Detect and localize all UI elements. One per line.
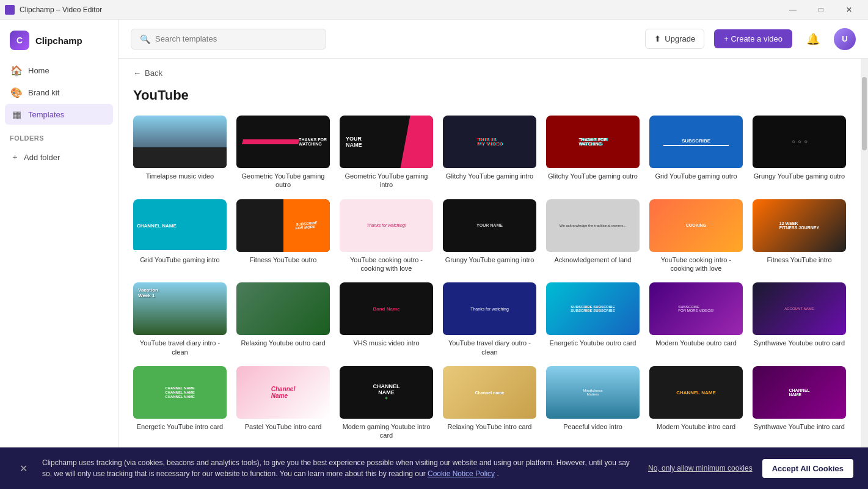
- template-card-14[interactable]: 12 WEEKFITNESS JOURNEYFitness YouTube in…: [753, 199, 846, 273]
- template-card-9[interactable]: SUBSCRIBEFOR MOREFitness YouTube outro: [236, 199, 330, 273]
- template-thumb-5: THANKS FORWATCHING: [546, 116, 640, 168]
- close-button[interactable]: ✕: [835, 0, 863, 20]
- template-label-3: Geometric YouTube gaming intro: [340, 172, 433, 189]
- template-label-14: Fitness YouTube intro: [753, 256, 846, 264]
- template-thumb-19: SUBSCRIBE SUBSCRIBESUBSCRIBE SUBSCRIBE: [546, 282, 640, 335]
- template-label-5: Glitchy YouTube gaming outro: [546, 172, 640, 180]
- template-card-16[interactable]: Relaxing Youtube outro card: [236, 282, 330, 356]
- create-video-button[interactable]: + Create a video: [714, 29, 792, 48]
- template-card-7[interactable]: ☆☆☆Grungy YouTube gaming outro: [753, 116, 846, 189]
- add-folder-button[interactable]: ＋ Add folder: [5, 147, 113, 167]
- template-label-12: Acknowledgement of land: [546, 256, 640, 264]
- template-card-2[interactable]: THANKS FORWATCHINGGeometric YouTube gami…: [236, 116, 330, 189]
- template-card-13[interactable]: COOKINGYouTube cooking intro - cooking w…: [649, 199, 743, 273]
- cookie-message: Clipchamp uses tracking (via cookies, be…: [42, 458, 630, 478]
- template-label-21: Synthwave Youtube outro card: [753, 339, 846, 347]
- create-label: + Create a video: [724, 34, 782, 43]
- cookie-policy-link[interactable]: Cookie Notice Policy: [428, 469, 495, 478]
- maximize-button[interactable]: □: [807, 0, 835, 20]
- template-card-20[interactable]: SUBSCRIBEFOR MORE VIDEOS!Modern Youtube …: [649, 282, 743, 356]
- template-thumb-9: SUBSCRIBEFOR MORE: [236, 199, 330, 252]
- cookie-min-button[interactable]: No, only allow minimum cookies: [648, 464, 753, 472]
- sidebar-item-brand[interactable]: 🎨 Brand kit: [5, 82, 113, 103]
- template-thumb-12: We acknowledge the traditional owners...: [546, 199, 640, 252]
- template-card-17[interactable]: Band NameVHS music video intro: [340, 282, 433, 356]
- template-thumb-17: Band Name: [340, 282, 433, 335]
- template-label-18: YouTube travel diary outro - clean: [443, 339, 536, 356]
- template-thumb-18: Thanks for watching: [443, 282, 536, 335]
- logo: C Clipchamp: [0, 24, 118, 60]
- logo-icon: C: [10, 31, 29, 50]
- template-card-28[interactable]: CHANNELNAMESynthwave YouTube intro card: [753, 366, 846, 440]
- template-card-3[interactable]: YOURNAMEGeometric YouTube gaming intro: [340, 116, 433, 189]
- template-card-10[interactable]: Thanks for watching!YouTube cooking outr…: [340, 199, 433, 273]
- sidebar-item-label: Brand kit: [28, 88, 59, 97]
- template-card-15[interactable]: VacationWeek 1YouTube travel diary intro…: [133, 282, 227, 356]
- content-area: ← Back YouTube Timelapse music videoTHAN…: [119, 59, 861, 489]
- upgrade-button[interactable]: ⬆ Upgrade: [645, 29, 704, 49]
- upgrade-icon: ⬆: [654, 34, 661, 43]
- template-thumb-10: Thanks for watching!: [340, 199, 433, 252]
- template-card-11[interactable]: YOUR NAMEGrungy YouTube gaming intro: [443, 199, 536, 273]
- template-card-22[interactable]: CHANNEL NAMECHANNEL NAMECHANNEL NAMEEner…: [133, 366, 227, 440]
- template-card-12[interactable]: We acknowledge the traditional owners...…: [546, 199, 640, 273]
- back-label: Back: [145, 68, 162, 78]
- cookie-accept-button[interactable]: Accept All Cookies: [762, 459, 853, 478]
- upgrade-label: Upgrade: [665, 34, 695, 43]
- template-card-24[interactable]: CHANNELNAME⌖Modern gaming Youtube intro …: [340, 366, 433, 440]
- cookie-text: Clipchamp uses tracking (via cookies, be…: [42, 457, 638, 479]
- template-thumb-7: ☆☆☆: [753, 116, 846, 168]
- cookie-banner: ✕ Clipchamp uses tracking (via cookies, …: [0, 447, 868, 489]
- topbar: 🔍 ⬆ Upgrade + Create a video 🔔 U: [119, 20, 868, 59]
- search-input[interactable]: [155, 34, 317, 43]
- search-icon: 🔍: [140, 34, 150, 44]
- template-label-4: Glitchy YouTube gaming intro: [443, 172, 536, 180]
- template-card-19[interactable]: SUBSCRIBE SUBSCRIBESUBSCRIBE SUBSCRIBEEn…: [546, 282, 640, 356]
- back-button[interactable]: ← Back: [133, 68, 162, 78]
- sidebar-item-home[interactable]: 🏠 Home: [5, 60, 113, 81]
- template-thumb-6: SUBSCRIBE: [649, 116, 743, 168]
- template-card-26[interactable]: MindfulnessMattersPeaceful video intro: [546, 366, 640, 440]
- template-card-25[interactable]: Channel nameRelaxing YouTube intro card: [443, 366, 536, 440]
- template-card-27[interactable]: CHANNEL NAMEModern Youtube intro card: [649, 366, 743, 440]
- template-thumb-26: MindfulnessMatters: [546, 366, 640, 419]
- template-card-23[interactable]: ChannelNamePastel YouTube intro card: [236, 366, 330, 440]
- avatar[interactable]: U: [834, 28, 856, 50]
- minimize-button[interactable]: —: [779, 0, 807, 20]
- sidebar-item-templates[interactable]: ▦ Templates: [5, 104, 113, 125]
- notifications-button[interactable]: 🔔: [802, 28, 824, 50]
- search-box[interactable]: 🔍: [131, 29, 326, 50]
- template-card-8[interactable]: CHANNEL NAMEGrid YouTube gaming intro: [133, 199, 227, 273]
- sidebar-item-label: Templates: [28, 110, 64, 119]
- add-folder-label: Add folder: [24, 153, 60, 162]
- template-label-9: Fitness YouTube outro: [236, 256, 330, 264]
- section-title: YouTube: [133, 87, 846, 103]
- template-label-20: Modern Youtube outro card: [649, 339, 743, 347]
- template-label-19: Energetic Youtube outro card: [546, 339, 640, 347]
- template-label-17: VHS music video intro: [340, 339, 433, 347]
- template-thumb-8: CHANNEL NAME: [133, 199, 227, 252]
- template-card-6[interactable]: SUBSCRIBEGrid YouTube gaming outro: [649, 116, 743, 189]
- template-thumb-27: CHANNEL NAME: [649, 366, 743, 419]
- brand-icon: 🎨: [11, 87, 22, 98]
- template-card-4[interactable]: THIS ISMY VIDEOGlitchy YouTube gaming in…: [443, 116, 536, 189]
- template-card-18[interactable]: Thanks for watchingYouTube travel diary …: [443, 282, 536, 356]
- template-thumb-11: YOUR NAME: [443, 199, 536, 252]
- template-thumb-22: CHANNEL NAMECHANNEL NAMECHANNEL NAME: [133, 366, 227, 419]
- template-card-5[interactable]: THANKS FORWATCHINGGlitchy YouTube gaming…: [546, 116, 640, 189]
- cookie-close-button[interactable]: ✕: [15, 460, 32, 477]
- templates-icon: ▦: [11, 109, 22, 120]
- template-card-21[interactable]: ACCOUNT NAMESynthwave Youtube outro card: [753, 282, 846, 356]
- cookie-message-end: .: [497, 469, 498, 478]
- template-label-25: Relaxing YouTube intro card: [443, 422, 536, 431]
- template-thumb-16: [236, 282, 330, 335]
- titlebar-title: Clipchamp – Video Editor: [20, 6, 102, 14]
- scrollbar-track[interactable]: [861, 59, 868, 489]
- template-label-24: Modern gaming Youtube intro card: [340, 422, 433, 440]
- template-label-28: Synthwave YouTube intro card: [753, 422, 846, 431]
- scrollbar-thumb[interactable]: [862, 77, 867, 150]
- template-label-1: Timelapse music video: [133, 172, 227, 180]
- template-thumb-24: CHANNELNAME⌖: [340, 366, 433, 419]
- template-thumb-15: VacationWeek 1: [133, 282, 227, 335]
- template-card-1[interactable]: Timelapse music video: [133, 116, 227, 189]
